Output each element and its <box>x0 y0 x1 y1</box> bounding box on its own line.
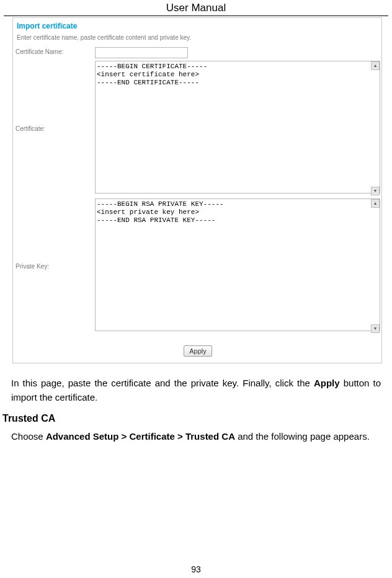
section-desc: Enter certificate name, paste certificat… <box>16 34 380 47</box>
certificate-label: Certificate: <box>16 125 95 132</box>
para2-breadcrumb: Advanced Setup > Certificate > Trusted C… <box>46 431 235 442</box>
paragraph-import-instruction: In this page, paste the certificate and … <box>11 376 381 404</box>
private-key-row: Private Key: ▴ ▾ <box>16 198 380 334</box>
import-certificate-screenshot: Import certificate Enter certificate nam… <box>12 17 382 363</box>
para1-bold-apply: Apply <box>314 378 340 388</box>
private-key-label: Private Key: <box>16 263 95 270</box>
page-number: 93 <box>0 564 392 574</box>
private-key-textarea[interactable] <box>95 198 380 331</box>
cert-name-input[interactable] <box>95 47 188 58</box>
section-title: Import certificate <box>16 20 380 34</box>
para2-p2: and the following page appears. <box>235 431 370 442</box>
apply-button[interactable]: Apply <box>184 345 212 357</box>
scroll-up-icon[interactable]: ▴ <box>371 199 380 208</box>
certificate-textarea[interactable] <box>95 61 380 193</box>
cert-name-label: Certificate Name: <box>16 47 95 55</box>
page-header: User Manual <box>0 0 392 16</box>
cert-name-row: Certificate Name: <box>16 47 380 58</box>
scroll-up-icon[interactable]: ▴ <box>371 61 380 70</box>
certificate-row: Certificate: ▴ ▾ <box>16 61 380 196</box>
header-rule <box>4 16 388 16</box>
scroll-down-icon[interactable]: ▾ <box>371 187 380 195</box>
heading-trusted-ca: Trusted CA <box>2 413 392 424</box>
apply-row: Apply <box>16 336 380 358</box>
para1-pre: In this page, paste the certificate and … <box>11 378 314 388</box>
certificate-textarea-wrap: ▴ ▾ <box>95 61 380 196</box>
scroll-down-icon[interactable]: ▾ <box>371 324 380 333</box>
para2-p1: Choose <box>11 431 46 442</box>
paragraph-trusted-ca: Choose Advanced Setup > Certificate > Tr… <box>11 429 381 443</box>
private-key-textarea-wrap: ▴ ▾ <box>95 198 380 334</box>
